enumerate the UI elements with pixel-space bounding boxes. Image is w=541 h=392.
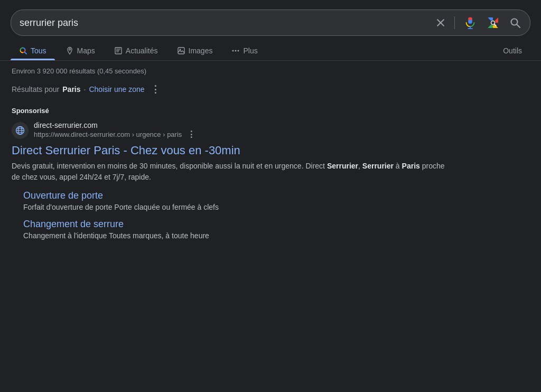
sitelink-ouverture: Ouverture de porte Forfait d'ouverture d…: [23, 190, 529, 211]
location-tab-icon: [66, 46, 74, 55]
outils-button[interactable]: Outils: [495, 41, 530, 60]
lens-button[interactable]: [486, 15, 500, 30]
site-url: https://www.direct-serrurier.com › urgen…: [34, 130, 182, 138]
search-input[interactable]: [20, 17, 430, 29]
tab-actualites-label: Actualités: [126, 46, 158, 55]
voice-search-button[interactable]: [463, 16, 477, 30]
image-tab-icon: [177, 46, 185, 55]
tab-maps[interactable]: Maps: [57, 41, 104, 60]
search-bar: [11, 10, 530, 36]
svg-point-20: [179, 49, 181, 51]
sponsored-label: Sponsorisé: [12, 107, 529, 115]
tab-tous[interactable]: Tous: [11, 41, 55, 60]
site-url-row: https://www.direct-serrurier.com › urgen…: [34, 129, 196, 139]
search-multicolor-tab-icon: [19, 46, 27, 55]
location-more-options[interactable]: ⋮: [151, 83, 161, 95]
tab-tous-label: Tous: [31, 46, 46, 55]
location-prefix: Résultats pour: [12, 85, 59, 94]
sponsored-section: Sponsorisé direct-serrurier.com https://…: [0, 100, 541, 240]
sitelink-changement: Changement de serrure Changement à l'ide…: [23, 219, 529, 240]
globe-icon: [15, 126, 25, 135]
lens-icon: [486, 15, 500, 30]
sitelinks: Ouverture de porte Forfait d'ouverture d…: [12, 190, 529, 240]
sitelink-changement-desc: Changement à l'identique Toutes marques,…: [23, 231, 529, 240]
results-info: Environ 3 920 000 résultats (0,45 second…: [0, 61, 541, 78]
ad-title-link[interactable]: Direct Serrurier Paris - Chez vous en -3…: [12, 144, 529, 157]
desc-bold-serrurier1: Serrurier: [327, 162, 358, 170]
ad-more-options[interactable]: ⋮: [187, 129, 196, 139]
search-icon: [509, 16, 521, 29]
svg-rect-3: [468, 17, 472, 21]
tab-plus[interactable]: Plus: [223, 41, 266, 60]
site-info: direct-serrurier.com https://www.direct-…: [34, 121, 196, 139]
tab-maps-label: Maps: [77, 46, 95, 55]
location-filter: Résultats pour Paris · Choisir une zone …: [0, 78, 541, 100]
svg-line-13: [25, 52, 27, 54]
microphone-icon: [463, 16, 477, 30]
desc-bold-paris: Paris: [402, 162, 420, 170]
close-icon: [435, 17, 446, 28]
location-name: Paris: [62, 85, 80, 94]
tabs-container: Tous Maps Actualités Images: [0, 41, 541, 61]
search-button[interactable]: [509, 16, 521, 29]
desc-bold-serrurier2: Serrurier: [362, 162, 394, 170]
ad-description: Devis gratuit, intervention en moins de …: [12, 161, 445, 183]
clear-button[interactable]: [435, 17, 446, 28]
news-tab-icon: [114, 46, 123, 55]
dot-separator: ·: [84, 85, 86, 94]
search-bar-icons: [435, 15, 521, 30]
more-tab-icon: [231, 46, 240, 55]
site-name: direct-serrurier.com: [34, 121, 196, 129]
svg-rect-19: [178, 48, 184, 54]
svg-point-23: [238, 50, 239, 52]
divider: [454, 16, 455, 29]
ad-site-row: direct-serrurier.com https://www.direct-…: [12, 121, 529, 139]
tab-images-label: Images: [189, 46, 213, 55]
sitelink-ouverture-title[interactable]: Ouverture de porte: [23, 190, 529, 201]
tab-images[interactable]: Images: [169, 41, 221, 60]
sitelink-changement-title[interactable]: Changement de serrure: [23, 219, 529, 230]
svg-point-14: [69, 49, 70, 50]
svg-line-11: [517, 25, 520, 28]
tab-actualites[interactable]: Actualités: [106, 41, 166, 60]
tab-plus-label: Plus: [243, 46, 257, 55]
svg-point-10: [511, 19, 518, 25]
svg-point-21: [232, 50, 234, 52]
choose-zone-link[interactable]: Choisir une zone: [89, 85, 144, 94]
sitelink-ouverture-desc: Forfait d'ouverture de porte Porte claqu…: [23, 203, 529, 211]
search-bar-container: [0, 0, 541, 36]
svg-point-22: [235, 50, 237, 52]
site-favicon: [12, 122, 29, 139]
